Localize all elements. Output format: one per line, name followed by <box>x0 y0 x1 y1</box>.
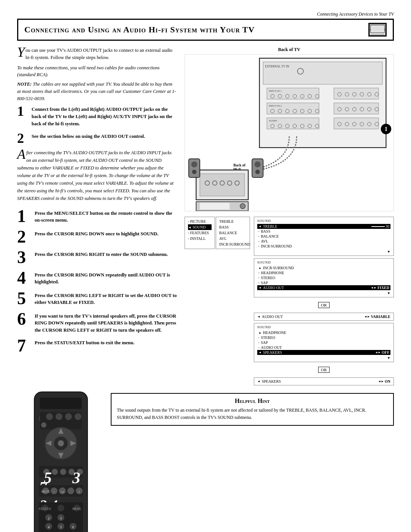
menu3-audio-out: • AUDIO OUT <box>257 345 390 350</box>
submenu-avl: AVL <box>219 236 247 241</box>
on-label: ON <box>385 379 390 383</box>
intro-paragraph: Y ou can use your TV's AUDIO OUTPUT jack… <box>17 47 177 61</box>
svg-point-91 <box>65 413 72 420</box>
sound-title-3: SOUND <box>257 325 390 329</box>
menu-item-features-label: FEATURES <box>190 231 209 235</box>
down-arrow-1: ▼ <box>257 250 390 254</box>
big-step-3: 3 Press the CURSOR RING RIGHT to enter t… <box>17 249 177 266</box>
svg-rect-2 <box>371 34 384 35</box>
step-1-top: 1 Connect from the L(eft) and R(ight) AU… <box>17 104 177 127</box>
svg-text:STATUS: STATUS <box>39 507 51 511</box>
side-menu-container: • PICTURE ◄ SOUND • FEATURES <box>185 217 250 385</box>
submenu-incr-surround: INCR·SURROUND <box>219 241 247 247</box>
bottom-steps: 1 Press the MENU/SELECT button on the re… <box>17 208 177 355</box>
sound-menu-panel-3: SOUND ▲ HEADPHONE • STEREO • <box>254 323 394 362</box>
svg-text:MUTE: MUTE <box>41 490 50 494</box>
tv-hifi-diagram: EXTERNAL TV IN INPUT IN 1 INPUT IN 2 <box>185 54 394 211</box>
menu2-headphone-label: HEADPHONE <box>261 271 284 275</box>
menu-item-sound-label: SOUND <box>193 225 206 229</box>
bottom-section: ⏻ <box>17 390 394 532</box>
or-divider-1: OR <box>254 300 394 310</box>
menu3-stereo: • STEREO <box>257 335 390 340</box>
helpful-hint-section: Helpful Hint The sound outputs from the … <box>111 390 394 532</box>
svg-point-92 <box>75 413 81 420</box>
svg-text:1: 1 <box>385 126 388 132</box>
menu-item-install-label: INSTALL <box>190 236 206 241</box>
svg-point-104 <box>60 469 66 475</box>
svg-point-90 <box>56 413 62 420</box>
svg-text:2: 2 <box>48 516 50 520</box>
menu-avl: • AVL <box>257 239 390 244</box>
variable-value: ◄► VARIABLE <box>364 315 390 319</box>
menu-bass: • BASS <box>257 229 390 234</box>
big-step-3-text: Press the CURSOR RING RIGHT to enter the… <box>35 249 168 258</box>
tv-diagram-area: Back of TV EXTERNAL TV IN INPUT IN 1 <box>185 47 394 385</box>
svg-text:INPUT IN 1: INPUT IN 1 <box>269 89 282 92</box>
or-divider-2: OR <box>254 365 394 374</box>
title-icon <box>368 23 387 37</box>
svg-text:MENU: MENU <box>72 507 81 511</box>
step-2-content: See the section below on using the AUDIO… <box>32 131 145 140</box>
big-step-7: 7 Press the STATUS/EXIT button to exit t… <box>17 337 177 355</box>
svg-text:1: 1 <box>78 490 80 494</box>
menu-item-install: • INSTALL <box>188 236 212 241</box>
menu2-audio-out-label: AUDIO OUT <box>263 286 284 290</box>
helpful-hint-text: The sound outputs from the TV to an exte… <box>117 407 388 421</box>
menu3-stereo-label: STEREO <box>261 335 275 340</box>
menu3-sap: • SAP <box>257 340 390 345</box>
title-box: Connecting and Using an Audio Hi-fi Syst… <box>17 19 394 41</box>
menu2-sap: • SAP <box>257 280 390 285</box>
audio-out-variable-label: AUDIO OUT <box>262 315 283 319</box>
fixed-label: FIXED <box>378 286 389 290</box>
menu-balance: • BALANCE <box>257 234 390 239</box>
svg-text:4: 4 <box>48 525 50 529</box>
cables-note: To make these connections, you will need… <box>17 64 177 79</box>
right-column: Back of TV EXTERNAL TV IN INPUT IN 1 <box>185 47 394 385</box>
menu2-incr-label: INCR·SURROUND <box>263 266 294 270</box>
menu2-sap-label: SAP <box>261 281 268 285</box>
big-step-1-text: Press the MENU/SELECT button on the remo… <box>35 208 177 224</box>
sound-title-2: SOUND <box>257 260 390 264</box>
speakers-off-value: ◄► OFF <box>375 350 389 355</box>
menu3-headphone: ▲ HEADPHONE <box>257 330 390 335</box>
helpful-hint-title: Helpful Hint <box>117 398 388 404</box>
menu-item-picture-label: PICTURE <box>190 219 206 224</box>
svg-text:3: 3 <box>60 516 62 520</box>
big-step-1: 1 Press the MENU/SELECT button on the re… <box>17 208 177 225</box>
treble-value: 30 <box>386 224 389 228</box>
big-step-6-text: If you want to turn the TV's internal sp… <box>35 310 177 334</box>
remote-control-svg: ⏻ <box>23 390 99 532</box>
sound-menu-panel-1: SOUND ◄ TREBLE 30 • <box>254 217 394 256</box>
speakers-on-label: SPEAKERS <box>262 379 281 383</box>
or-text-1: OR <box>318 302 329 308</box>
big-step-number-4: 4 <box>17 269 31 287</box>
after-text: fter connecting the TV's AUDIO OUTPUT ja… <box>17 149 177 202</box>
menu3-audio-out-label: AUDIO OUT <box>261 345 282 350</box>
menu2-incr: ▲ INCR·SURROUND <box>257 265 390 270</box>
down-arrow-3: ▼ <box>257 356 390 360</box>
step-1-content: Connect from the L(eft) and R(ight) AUDI… <box>32 104 177 127</box>
submenu-treble: TREBLE <box>219 219 247 224</box>
svg-text:5: 5 <box>60 525 62 529</box>
menu2-audio-out-selected: ◄ AUDIO OUT ◄► FIXED <box>257 285 390 290</box>
svg-rect-82 <box>200 203 229 209</box>
helpful-hint-box: Helpful Hint The sound outputs from the … <box>111 393 394 426</box>
big-step-7-text: Press the STATUS/EXIT button to exit the… <box>35 337 134 347</box>
right-menu-panels: SOUND ◄ TREBLE 30 • <box>254 217 394 385</box>
big-step-5-text: Press the CURSOR RING LEFT or RIGHT to s… <box>35 290 177 307</box>
svg-point-80 <box>255 169 260 174</box>
svg-text:CH: CH <box>61 490 64 494</box>
sound-title-1: SOUND <box>257 219 390 223</box>
back-of-tv-label: Back of TV <box>185 47 394 53</box>
big-step-6: 6 If you want to turn the TV's internal … <box>17 310 177 334</box>
audio-out-variable-panel: ◄ AUDIO OUT ◄► VARIABLE <box>254 313 394 321</box>
big-step-number-5: 5 <box>17 290 31 307</box>
step-2-top: 2 See the section below on using the AUD… <box>17 131 177 145</box>
remote-wrapper: ⏻ <box>17 390 105 532</box>
off-label: OFF <box>382 350 389 355</box>
menu-item-features: • FEATURES <box>188 230 212 236</box>
big-step-number-6: 6 <box>17 310 31 328</box>
svg-text:3: 3 <box>72 469 80 487</box>
audio-out-fixed-value: ◄► FIXED <box>371 286 389 290</box>
menu-item-picture: • PICTURE <box>188 219 212 224</box>
